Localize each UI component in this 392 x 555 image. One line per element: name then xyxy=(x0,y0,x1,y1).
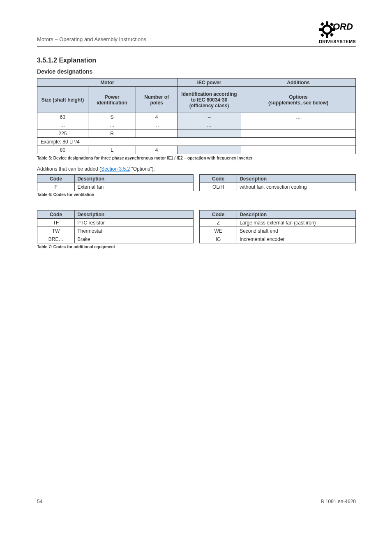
th-power: Power identification xyxy=(88,87,136,113)
ventilation-table-right: Code Description OL/H without fan, conve… xyxy=(199,174,356,191)
th-group-motor: Motor xyxy=(37,79,178,87)
table-row: TFPTC resistor xyxy=(37,219,194,227)
table-caption: Table 6: Codes for ventilation xyxy=(37,192,356,197)
table-row: 225 R xyxy=(37,130,356,138)
th-size: Size (shaft height) xyxy=(37,87,88,113)
th-iec: Identification according to IEC 60034-30… xyxy=(178,87,241,113)
equipment-table-right: Code Description ZLarge mass external fa… xyxy=(199,210,356,243)
th-group-iec: IEC power xyxy=(178,79,241,87)
th-desc: Description xyxy=(75,210,194,219)
svg-text:ORD: ORD xyxy=(333,21,353,32)
svg-point-0 xyxy=(323,25,331,34)
svg-rect-1 xyxy=(326,21,328,25)
table-row: 80 L 4 xyxy=(37,146,356,154)
table-row: IGIncremental encoder xyxy=(200,235,356,243)
example-row: Example: 80 LP/4 xyxy=(37,138,356,146)
th-code: Code xyxy=(200,175,237,183)
th-desc: Description xyxy=(237,210,356,219)
table-caption: Table 7: Codes for additional equipment xyxy=(37,245,356,249)
header-bar: Motors – Operating and Assembly Instruct… xyxy=(37,19,356,47)
th-poles: Number of poles xyxy=(136,87,178,113)
brand-logo: ORD DRIVESYSTEMS xyxy=(318,19,356,44)
equipment-table-left: Code Description TFPTC resistor TWThermo… xyxy=(37,210,194,243)
table-row: ZLarge mass external fan (cast iron) xyxy=(200,219,356,227)
section-link[interactable]: Section 3.5.2 xyxy=(101,166,130,172)
table-caption: Table 5: Device designations for three p… xyxy=(37,156,356,160)
table-row: F External fan xyxy=(37,183,194,191)
svg-rect-5 xyxy=(321,22,324,26)
additions-intro: Additions that can be added (Section 3.5… xyxy=(37,166,356,172)
table-row: 63 S 4 – … xyxy=(37,113,356,121)
sub-heading: Device designations xyxy=(37,68,356,75)
th-group-add: Additions xyxy=(241,79,356,87)
table-row: OL/H without fan, convection cooling xyxy=(200,183,356,191)
table-row: TWThermostat xyxy=(37,227,194,235)
th-code: Code xyxy=(200,210,237,219)
th-code: Code xyxy=(37,175,75,183)
page-number: 54 xyxy=(37,499,42,504)
table-row: BRE…Brake xyxy=(37,235,194,243)
svg-rect-3 xyxy=(319,28,322,31)
page-footer: 54 B 1091 en-4620 xyxy=(37,496,356,504)
section-heading: 3.5.1.2 Explanation xyxy=(37,57,356,64)
doc-title: Motors – Operating and Assembly Instruct… xyxy=(37,36,146,44)
th-options: Options (supplements, see below) xyxy=(241,87,356,113)
th-code: Code xyxy=(37,210,75,219)
nord-gear-icon: ORD xyxy=(318,19,356,39)
device-designation-table: Motor IEC power Additions Size (shaft he… xyxy=(37,78,356,154)
table-row: WESecond shaft end xyxy=(200,227,356,235)
svg-rect-2 xyxy=(326,35,328,38)
doc-id: B 1091 en-4620 xyxy=(321,499,356,504)
th-desc: Description xyxy=(237,175,356,183)
brand-subtitle: DRIVESYSTEMS xyxy=(318,39,356,44)
th-desc: Description xyxy=(75,175,194,183)
ventilation-table-left: Code Description F External fan xyxy=(37,174,194,191)
table-row: … … … … xyxy=(37,121,356,130)
svg-rect-8 xyxy=(321,33,324,37)
